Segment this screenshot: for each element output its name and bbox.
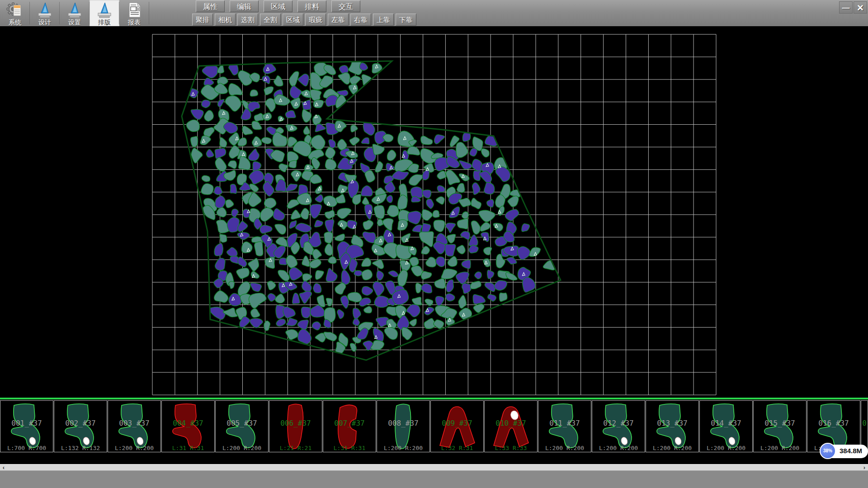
menu-button[interactable]: 排料	[297, 0, 326, 12]
part-lr-count: L:200 R:200	[754, 445, 806, 451]
part-label: 014_#37	[700, 419, 752, 427]
part-lr-count: L:200 R:200	[700, 445, 752, 451]
part-label: 011_#37	[538, 419, 591, 427]
parts-strip: 001_#37L:700 R:700002_#37L:132 R:132003_…	[0, 398, 868, 454]
gear-icon	[6, 1, 24, 19]
part-lr-count: L:33 R:33	[485, 445, 537, 451]
action-button[interactable]: 相机	[215, 14, 236, 26]
part-thumbnail[interactable]: 003_#37L:200 R:200	[108, 400, 161, 452]
action-button[interactable]: 区域	[283, 14, 303, 26]
part-label: 0	[861, 419, 868, 427]
part-label: 005_#37	[216, 419, 268, 427]
parts-list: 001_#37L:700 R:700002_#37L:132 R:132003_…	[0, 400, 868, 453]
part-lr-count: L:200 R:200	[108, 445, 160, 451]
part-thumbnail[interactable]: 015_#37L:200 R:200	[753, 400, 807, 452]
part-label: 008_#37	[377, 419, 429, 427]
menu-button[interactable]: 编辑	[230, 0, 259, 12]
part-lr-count: L:132 R:132	[54, 445, 107, 451]
part-lr-count: L:200 R:200	[216, 445, 268, 451]
menu-button[interactable]: 属性	[196, 0, 225, 12]
part-label: 010_#37	[485, 419, 537, 427]
part-lr-count: L:21 R:21	[269, 445, 322, 451]
application-window: 系统 设计 设置	[0, 0, 868, 488]
toolbar-item-label: 系统	[0, 19, 30, 26]
hide-nesting-view	[0, 26, 868, 398]
part-lr-count: L:700 R:700	[0, 445, 53, 451]
part-label: 013_#37	[646, 419, 698, 427]
part-thumbnail[interactable]: 002_#37L:132 R:132	[54, 400, 107, 452]
part-thumbnail[interactable]: 007_#37L:31 R:31	[323, 400, 376, 452]
part-label: 003_#37	[108, 419, 160, 427]
part-lr-count: L:32 R:31	[431, 445, 483, 451]
part-thumbnail[interactable]: 012_#37L:200 R:200	[592, 400, 645, 452]
part-thumbnail[interactable]: 006_#37L:21 R:21	[269, 400, 322, 452]
part-lr-count: L:200 R:200	[646, 445, 698, 451]
status-bar	[0, 470, 868, 488]
action-button[interactable]: 选割	[237, 14, 258, 26]
toolbar-item-report[interactable]: 报表	[119, 0, 149, 26]
menu-button[interactable]: 交互	[331, 0, 360, 12]
part-lr-count: L:200 R:200	[538, 445, 591, 451]
toolbar-item-layout-active[interactable]: 排版	[90, 0, 119, 26]
part-label: 006_#37	[269, 419, 322, 427]
set-square-icon	[66, 1, 83, 19]
part-thumbnail[interactable]: 014_#37L:200 R:200	[699, 400, 753, 452]
part-lr-count: L:200 R:200	[377, 445, 429, 451]
action-button[interactable]: 聚排	[192, 14, 213, 26]
progress-percent: 38%	[820, 443, 836, 459]
part-lr-count: L:31 R:31	[323, 445, 376, 451]
part-thumbnail[interactable]: 013_#37L:200 R:200	[646, 400, 699, 452]
horizontal-scrollbar[interactable]: ‹ ›	[0, 464, 868, 470]
part-thumbnail[interactable]: 010_#37L:33 R:33	[484, 400, 538, 452]
scroll-right-arrow[interactable]: ›	[861, 465, 868, 471]
toolbar-item-settings[interactable]: 设置	[60, 0, 90, 26]
scroll-left-arrow[interactable]: ‹	[0, 465, 7, 471]
part-thumbnail[interactable]: 009_#37L:32 R:31	[430, 400, 484, 452]
action-button[interactable]: 全割	[260, 14, 281, 26]
strip-separator-line	[0, 398, 868, 399]
action-button[interactable]: 下靠	[396, 14, 416, 26]
progress-badge[interactable]: 38% 384.8M	[820, 444, 868, 458]
part-thumbnail[interactable]: 011_#37L:200 R:200	[538, 400, 591, 452]
action-button[interactable]: 瑕疵	[305, 14, 326, 26]
part-thumbnail[interactable]: 001_#37L:700 R:700	[0, 400, 53, 452]
toolbar-item-label: 设计	[30, 19, 60, 26]
close-button[interactable]: ✕	[854, 1, 867, 14]
toolbar-item-label: 设置	[60, 19, 90, 26]
set-square-icon	[36, 1, 53, 19]
set-square-icon	[96, 1, 113, 19]
minimize-button[interactable]: —	[839, 1, 853, 14]
part-thumbnail[interactable]: 005_#37L:200 R:200	[215, 400, 269, 452]
toolbar-item-system[interactable]: 系统	[0, 0, 30, 26]
nesting-canvas[interactable]	[0, 26, 868, 398]
toolbar-item-label: 报表	[119, 19, 149, 26]
action-button[interactable]: 左靠	[328, 14, 349, 26]
part-label: 015_#37	[754, 419, 806, 427]
part-lr-count: L:31 R:31	[162, 445, 214, 451]
part-thumbnail[interactable]: 008_#37L:200 R:200	[377, 400, 430, 452]
part-label: 007_#37	[323, 419, 376, 427]
titlebar: 系统 设计 设置	[0, 0, 868, 27]
menu-button[interactable]: 区域	[264, 0, 292, 12]
part-label: 004_#37	[162, 419, 214, 427]
report-icon	[126, 1, 143, 19]
action-button[interactable]: 右靠	[350, 14, 371, 26]
part-label: 002_#37	[54, 419, 107, 427]
part-lr-count: L:200 R:200	[592, 445, 645, 451]
toolbar-item-design[interactable]: 设计	[30, 0, 60, 26]
strip-bottom-gap	[0, 454, 868, 464]
part-label: 016_#37	[807, 419, 860, 427]
action-button[interactable]: 上靠	[373, 14, 394, 26]
part-label: 009_#37	[431, 419, 483, 427]
toolbar-item-label: 排版	[90, 19, 119, 26]
nested-pieces	[186, 60, 555, 353]
part-thumbnail[interactable]: 004_#37L:31 R:31	[161, 400, 215, 452]
part-label: 012_#37	[592, 419, 645, 427]
part-label: 001_#37	[0, 419, 53, 427]
progress-size: 384.8M	[840, 447, 862, 455]
